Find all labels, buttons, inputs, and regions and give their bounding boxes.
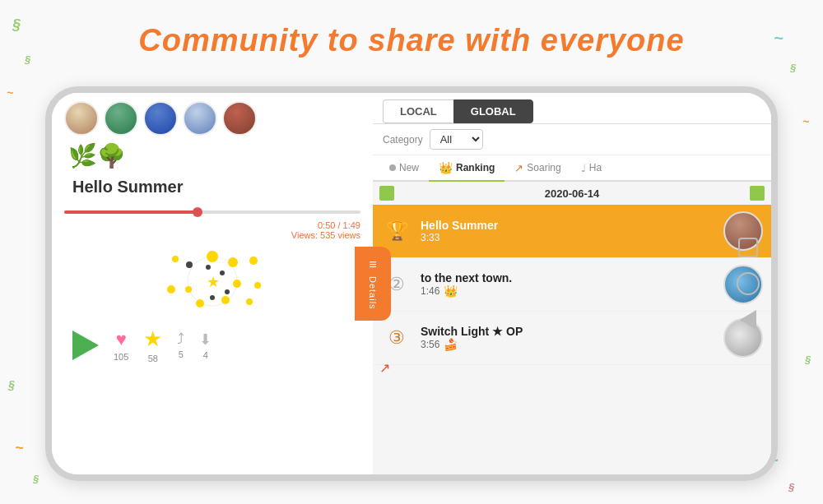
svg-point-6 (185, 286, 192, 293)
details-icon: ≡ (369, 257, 376, 272)
svg-point-15 (172, 256, 179, 262)
date-bar-right (750, 186, 765, 201)
progress-bar[interactable] (64, 210, 360, 214)
deco-1: § (12, 16, 21, 34)
avatar-2[interactable] (104, 101, 138, 136)
svg-point-4 (221, 296, 230, 304)
award-section: 🌿🌳 (64, 142, 360, 169)
category-select[interactable]: All (430, 129, 483, 150)
rank-2-info: to the next town. 1:46 👑 (421, 271, 715, 298)
svg-point-11 (210, 295, 215, 300)
rank-item-1[interactable]: 🏆 Hello Summer 3:33 (373, 205, 771, 258)
time-total: 1:49 (343, 220, 360, 230)
progress-fill (64, 210, 198, 214)
ranking-crown-icon: 👑 (439, 161, 453, 174)
sub-tab-ranking[interactable]: 👑 Ranking (429, 155, 504, 182)
date-header: 2020-06-14 (373, 182, 771, 205)
svg-point-9 (220, 270, 225, 275)
svg-point-1 (207, 251, 218, 262)
sub-tab-soaring-label: Soaring (527, 162, 560, 173)
rank-3-trend: ↗ (379, 360, 390, 376)
svg-point-5 (196, 299, 204, 307)
star-count: 58 (148, 354, 158, 363)
time-views: 0:50 / 1:49 Views: 535 views (64, 220, 360, 240)
details-button[interactable]: ≡ Details (355, 247, 391, 321)
deco-8: § (788, 481, 794, 493)
progress-thumb (193, 207, 202, 217)
tab-bar: LOCAL GLOBAL (373, 93, 771, 124)
player-panel: 🌿🌳 Hello Summer 0:50 / 1:49 Views: 535 v… (52, 93, 373, 474)
rank-3-section: ③ (381, 327, 412, 349)
sub-tab-bar: New 👑 Ranking ↗ Soaring ♩ Ha (373, 155, 771, 182)
tab-local[interactable]: LOCAL (383, 99, 453, 123)
heart-control[interactable]: ♥ 105 (114, 329, 128, 362)
rank-2-trophy: ② (388, 274, 405, 295)
avatar-4[interactable] (183, 101, 217, 136)
date-text: 2020-06-14 (399, 187, 745, 200)
sub-tab-ha[interactable]: ♩ Ha (571, 155, 611, 182)
deco-5: ~ (15, 440, 24, 457)
trend-arrow-icon: ↗ (379, 361, 390, 375)
phone-back-button[interactable] (738, 238, 758, 257)
ha-icon: ♩ (581, 162, 586, 174)
download-control[interactable]: ⬇ 4 (199, 331, 212, 360)
time-current: 0:50 (318, 220, 335, 230)
play-control[interactable] (72, 331, 99, 360)
avatars-row (64, 101, 360, 136)
player-song-title: Hello Summer (72, 178, 360, 197)
deco-11: ~ (802, 115, 809, 128)
deco-9: ~ (7, 86, 13, 99)
avatar-5[interactable] (222, 101, 257, 136)
award-icon: 🌿🌳 (68, 142, 126, 169)
sub-tab-new[interactable]: New (379, 155, 429, 182)
download-icon: ⬇ (199, 331, 212, 349)
date-bar-left (379, 186, 394, 201)
rank-item-2[interactable]: ② to the next town. 1:46 👑 (373, 258, 771, 312)
sub-tab-soaring[interactable]: ↗ Soaring (504, 155, 570, 182)
phone-device: 🌿🌳 Hello Summer 0:50 / 1:49 Views: 535 v… (45, 86, 778, 481)
avatar-1[interactable] (64, 101, 99, 136)
deco-6: § (33, 473, 39, 485)
deco-10: § (8, 378, 15, 391)
soaring-arrow-icon: ↗ (514, 162, 523, 174)
svg-point-12 (249, 257, 258, 265)
sub-tab-ha-label: Ha (589, 162, 602, 173)
star-icon: ★ (143, 326, 162, 352)
rank-1-info: Hello Summer 3:33 (421, 219, 715, 243)
rank-3-title: Switch Light ★ OP (421, 325, 715, 338)
svg-point-16 (167, 285, 175, 294)
tab-global[interactable]: GLOBAL (453, 99, 533, 123)
play-button-icon (72, 331, 99, 360)
phone-side-button-left (45, 175, 47, 208)
phone-navigation (737, 238, 760, 330)
phone-home-button[interactable] (737, 272, 760, 295)
rank-item-3[interactable]: ③ Switch Light ★ OP 3:56 🍰 ↗ (373, 312, 771, 365)
svg-point-14 (246, 298, 253, 305)
details-label: Details (368, 276, 378, 310)
rank-1-duration: 3:33 (421, 232, 715, 243)
rank-3-trophy: ③ (388, 327, 405, 349)
share-control[interactable]: ⤴ 5 (177, 331, 184, 359)
sub-tab-ranking-label: Ranking (456, 162, 495, 173)
phone-side-button-right-top (776, 159, 778, 200)
svg-point-13 (254, 282, 261, 289)
controls-row: ♥ 105 ★ 58 ⤴ 5 ⬇ 4 (64, 322, 360, 368)
rank-1-trophy: 🏆 (386, 220, 408, 242)
rank-2-duration: 1:46 👑 (421, 284, 715, 298)
rank-3-duration: 3:56 🍰 (421, 338, 715, 351)
category-label: Category (383, 134, 423, 146)
avatar-3[interactable] (143, 101, 178, 136)
svg-point-10 (225, 289, 230, 294)
star-control[interactable]: ★ 58 (143, 326, 162, 363)
heart-icon: ♥ (116, 329, 127, 350)
views-count: 535 views (320, 230, 360, 240)
rank-1-section: 🏆 (381, 220, 412, 242)
new-dot-icon (389, 164, 396, 171)
category-row: Category All (373, 124, 771, 155)
visualization: ★ (64, 244, 360, 318)
deco-2: § (25, 53, 30, 66)
ranking-panel: LOCAL GLOBAL Category All New 👑 Ranking … (373, 93, 771, 474)
phone-menu-button[interactable] (740, 310, 756, 330)
phone-side-button-right-bottom (776, 212, 778, 278)
download-count: 4 (203, 350, 208, 360)
